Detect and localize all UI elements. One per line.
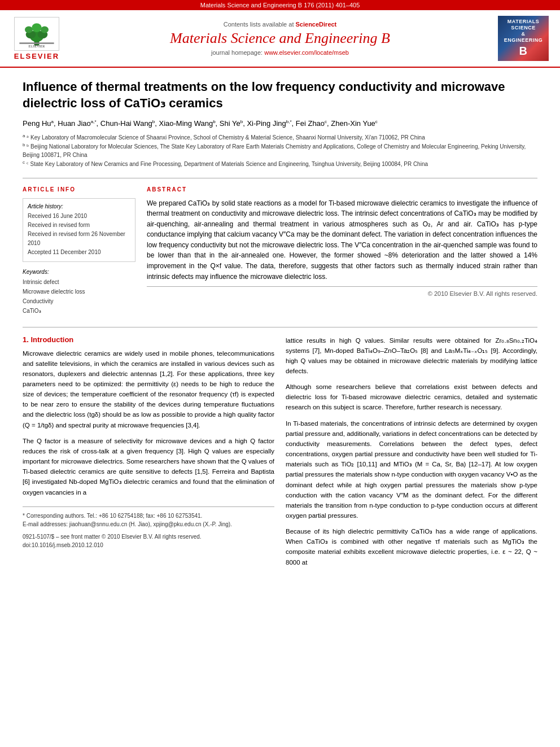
logo-right-text: MATERIALSSCIENCE&ENGINEERING (504, 19, 543, 43)
received-date: Received 16 June 2010 (28, 212, 130, 221)
keywords-label: Keywords: (23, 269, 135, 275)
copyright-line: © 2010 Elsevier B.V. All rights reserved… (147, 286, 537, 297)
elsevier-wordmark: ELSEVIER (14, 52, 59, 60)
keywords-list: Intrinsic defect Microwave dielectric lo… (23, 277, 135, 316)
journal-reference-text: Materials Science and Engineering B 176 … (200, 2, 360, 8)
intro-heading: 1. Introduction (23, 335, 274, 344)
revised-date: Received in revised form Received in rev… (28, 221, 130, 248)
footnote-corresponding: * Corresponding authors. Tel.: +86 10 62… (23, 512, 274, 521)
right-para1: lattice results in high Q values. Simila… (286, 335, 537, 377)
footnote-section: * Corresponding authors. Tel.: +86 10 62… (23, 506, 274, 550)
authors-line: Peng Hua, Huan Jiaoa,*, Chun-Hai Wangb, … (23, 119, 537, 128)
journal-homepage: journal homepage: www.elsevier.com/locat… (68, 49, 492, 56)
affiliation-a: a ᵃ Key Laboratory of Macromolecular Sci… (23, 133, 537, 142)
sciencedirect-line: Contents lists available at ScienceDirec… (68, 21, 492, 28)
intro-para1: Microwave dielectric ceramics are widely… (23, 348, 274, 430)
journal-reference-bar: Materials Science and Engineering B 176 … (0, 0, 560, 10)
article-info-column: ARTICLE INFO Article history: Received 1… (23, 186, 135, 316)
accepted-date: Accepted 11 December 2010 (28, 248, 130, 257)
affiliation-c: c ᶜ State Key Laboratory of New Ceramics… (23, 159, 537, 168)
elsevier-tree-icon: ELSEVIER (17, 18, 56, 49)
affiliations: a ᵃ Key Laboratory of Macromolecular Sci… (23, 133, 537, 169)
history-label: Article history: (28, 203, 130, 209)
body-right-column: lattice results in high Q values. Simila… (286, 335, 537, 573)
journal-homepage-link[interactable]: www.elsevier.com/locate/mseb (264, 49, 349, 56)
right-para4: Because of its high dielectric permittiv… (286, 526, 537, 567)
footnote-issn: 0921-5107/$ – see front matter © 2010 El… (23, 532, 274, 541)
abstract-column: ABSTRACT We prepared CaTiO₃ by solid sta… (147, 186, 537, 316)
svg-point-4 (25, 26, 33, 33)
elsevier-logo-image: ELSEVIER (14, 17, 59, 51)
abstract-text: We prepared CaTiO₃ by solid state reacti… (147, 198, 537, 282)
body-section: 1. Introduction Microwave dielectric cer… (23, 327, 537, 573)
right-para3: In Ti-based materials, the concentration… (286, 418, 537, 521)
article-title: Influence of thermal treatments on the l… (23, 79, 537, 111)
keywords-block: Keywords: Intrinsic defect Microwave die… (23, 269, 135, 316)
svg-rect-7 (19, 42, 54, 44)
sciencedirect-link[interactable]: ScienceDirect (296, 21, 337, 28)
journal-center: Contents lists available at ScienceDirec… (68, 21, 492, 56)
elsevier-logo: ELSEVIER ELSEVIER (11, 17, 62, 60)
logo-right-b: B (519, 43, 528, 58)
article-info-abstract-section: ARTICLE INFO Article history: Received 1… (23, 178, 537, 316)
footnote-email: E-mail addresses: jiaohuan@snnu.edu.cn (… (23, 520, 274, 529)
journal-name: Materials Science and Engineering B (68, 30, 492, 47)
intro-para2: The Q factor is a measure of selectivity… (23, 436, 274, 497)
footnote-doi: doi:10.1016/j.mseb.2010.12.010 (23, 541, 274, 550)
abstract-label: ABSTRACT (147, 186, 537, 193)
main-content: Influence of thermal treatments on the l… (0, 68, 560, 584)
article-info-label: ARTICLE INFO (23, 186, 135, 193)
svg-point-5 (41, 26, 49, 33)
article-history-block: Article history: Received 16 June 2010 R… (23, 198, 135, 262)
svg-point-6 (32, 23, 42, 32)
journal-header: ELSEVIER ELSEVIER Contents lists availab… (0, 10, 560, 68)
right-para2: Although some researchers believe that c… (286, 382, 537, 412)
journal-logo-right: MATERIALSSCIENCE&ENGINEERING B (498, 16, 549, 61)
affiliation-b: b ᵇ Beijing National Laboratory for Mole… (23, 142, 537, 159)
body-left-column: 1. Introduction Microwave dielectric cer… (23, 335, 274, 573)
svg-text:ELSEVIER: ELSEVIER (29, 45, 46, 48)
